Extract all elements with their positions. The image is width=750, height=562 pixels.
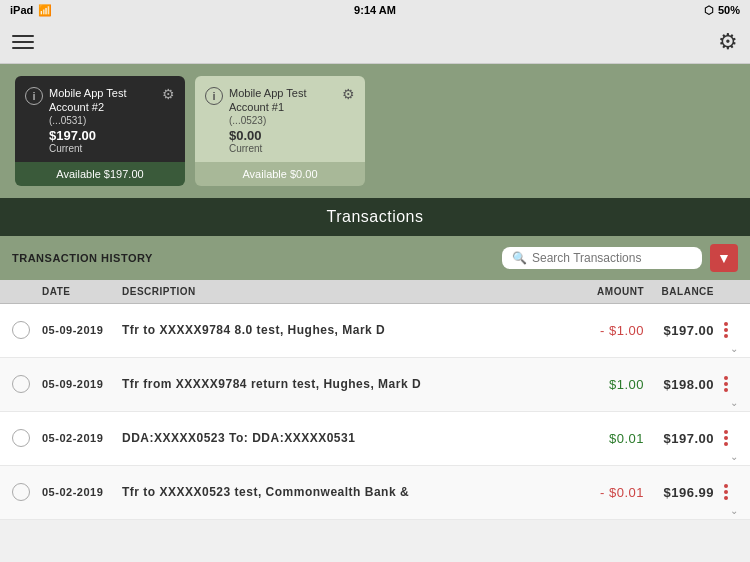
account-1-info-icon[interactable]: i xyxy=(25,87,43,105)
row-date-0: 05-09-2019 xyxy=(42,324,122,336)
battery-label: 50% xyxy=(718,4,740,16)
row-checkbox-1[interactable] xyxy=(12,375,30,393)
account-card-1: i Mobile App Test Account #2 (...0531) $… xyxy=(15,76,185,186)
row-checkbox-2[interactable] xyxy=(12,429,30,447)
table-row: 05-09-2019 Tfr to XXXXX9784 8.0 test, Hu… xyxy=(0,304,750,358)
dot-2-3 xyxy=(724,490,728,494)
dot-1-1 xyxy=(724,376,728,380)
row-description-2: DDA:XXXXX0523 To: DDA:XXXXX0531 xyxy=(122,431,564,445)
row-balance-3: $196.99 xyxy=(644,485,714,500)
row-expand-arrow-3[interactable]: ⌄ xyxy=(730,505,738,516)
settings-button[interactable]: ⚙ xyxy=(718,29,738,55)
status-left: iPad 📶 xyxy=(10,4,52,17)
header-date-col: DATE xyxy=(42,286,122,297)
row-checkbox-3[interactable] xyxy=(12,483,30,501)
status-time: 9:14 AM xyxy=(354,4,396,16)
dot-3-3 xyxy=(724,496,728,500)
table-row: 05-02-2019 DDA:XXXXX0523 To: DDA:XXXXX05… xyxy=(0,412,750,466)
hamburger-line-3 xyxy=(12,47,34,49)
row-amount-1: $1.00 xyxy=(564,377,644,392)
row-amount-2: $0.01 xyxy=(564,431,644,446)
dot-2-0 xyxy=(724,328,728,332)
account-1-info: i Mobile App Test Account #2 (...0531) $… xyxy=(25,86,162,154)
hamburger-line-1 xyxy=(12,35,34,37)
account-1-balance: $197.00 xyxy=(49,128,162,143)
account-1-status: Current xyxy=(49,143,162,154)
account-1-settings-button[interactable]: ⚙ xyxy=(162,86,175,102)
row-description-1: Tfr from XXXXX9784 return test, Hughes, … xyxy=(122,377,564,391)
row-checkbox-0[interactable] xyxy=(12,321,30,339)
row-balance-0: $197.00 xyxy=(644,323,714,338)
row-menu-button-0[interactable] xyxy=(714,322,738,338)
row-date-2: 05-02-2019 xyxy=(42,432,122,444)
dot-2-2 xyxy=(724,436,728,440)
accounts-area: i Mobile App Test Account #2 (...0531) $… xyxy=(0,64,750,198)
row-menu-button-2[interactable] xyxy=(714,430,738,446)
row-description-3: Tfr to XXXXX0523 test, Commonwealth Bank… xyxy=(122,485,564,499)
dot-1-0 xyxy=(724,322,728,326)
account-1-name: Mobile App Test Account #2 xyxy=(49,86,162,115)
row-expand-arrow-2[interactable]: ⌄ xyxy=(730,451,738,462)
history-label: TRANSACTION HISTORY xyxy=(12,252,153,264)
dot-3-2 xyxy=(724,442,728,446)
row-menu-button-1[interactable] xyxy=(714,376,738,392)
row-date-1: 05-09-2019 xyxy=(42,378,122,390)
row-balance-1: $198.00 xyxy=(644,377,714,392)
header-balance-col: BALANCE xyxy=(644,286,714,297)
account-1-text: Mobile App Test Account #2 (...0531) $19… xyxy=(49,86,162,154)
account-2-balance: $0.00 xyxy=(229,128,342,143)
account-2-info-icon[interactable]: i xyxy=(205,87,223,105)
header-desc-col: DESCRIPTION xyxy=(122,286,564,297)
account-2-status: Current xyxy=(229,143,342,154)
dot-1-2 xyxy=(724,430,728,434)
dot-3-0 xyxy=(724,334,728,338)
account-1-available: Available $197.00 xyxy=(15,162,185,186)
hamburger-menu-button[interactable] xyxy=(12,35,34,49)
account-card-1-top: i Mobile App Test Account #2 (...0531) $… xyxy=(15,76,185,162)
account-card-2-top: i Mobile App Test Account #1 (...0523) $… xyxy=(195,76,365,162)
status-bar: iPad 📶 9:14 AM ⬡ 50% xyxy=(0,0,750,20)
row-balance-2: $197.00 xyxy=(644,431,714,446)
table-header: DATE DESCRIPTION AMOUNT BALANCE xyxy=(0,280,750,304)
row-menu-button-3[interactable] xyxy=(714,484,738,500)
account-2-available: Available $0.00 xyxy=(195,162,365,186)
table-row: 05-02-2019 Tfr to XXXXX0523 test, Common… xyxy=(0,466,750,520)
header-amount-col: AMOUNT xyxy=(564,286,644,297)
dot-2-1 xyxy=(724,382,728,386)
search-filter-area: 🔍 ▼ xyxy=(502,244,738,272)
bluetooth-icon: ⬡ xyxy=(704,4,714,17)
transactions-header: Transactions xyxy=(0,198,750,236)
row-date-3: 05-02-2019 xyxy=(42,486,122,498)
search-input[interactable] xyxy=(532,251,692,265)
transactions-title: Transactions xyxy=(327,208,424,225)
status-right: ⬡ 50% xyxy=(704,4,740,17)
search-box[interactable]: 🔍 xyxy=(502,247,702,269)
row-expand-arrow-1[interactable]: ⌄ xyxy=(730,397,738,408)
account-2-text: Mobile App Test Account #1 (...0523) $0.… xyxy=(229,86,342,154)
carrier-label: iPad xyxy=(10,4,33,16)
account-card-2: i Mobile App Test Account #1 (...0523) $… xyxy=(195,76,365,186)
account-2-name: Mobile App Test Account #1 xyxy=(229,86,342,115)
account-2-settings-button[interactable]: ⚙ xyxy=(342,86,355,102)
row-check-0 xyxy=(12,321,42,339)
account-2-number: (...0523) xyxy=(229,115,342,126)
nav-bar: ⚙ xyxy=(0,20,750,64)
funnel-icon: ▼ xyxy=(717,250,731,266)
account-2-info: i Mobile App Test Account #1 (...0523) $… xyxy=(205,86,342,154)
row-amount-0: - $1.00 xyxy=(564,323,644,338)
row-expand-arrow-0[interactable]: ⌄ xyxy=(730,343,738,354)
transactions-list: 05-09-2019 Tfr to XXXXX9784 8.0 test, Hu… xyxy=(0,304,750,520)
row-description-0: Tfr to XXXXX9784 8.0 test, Hughes, Mark … xyxy=(122,323,564,337)
filter-button[interactable]: ▼ xyxy=(710,244,738,272)
dot-1-3 xyxy=(724,484,728,488)
table-row: 05-09-2019 Tfr from XXXXX9784 return tes… xyxy=(0,358,750,412)
row-check-3 xyxy=(12,483,42,501)
row-amount-3: - $0.01 xyxy=(564,485,644,500)
row-check-1 xyxy=(12,375,42,393)
dot-3-1 xyxy=(724,388,728,392)
search-icon: 🔍 xyxy=(512,251,527,265)
history-bar: TRANSACTION HISTORY 🔍 ▼ xyxy=(0,236,750,280)
account-1-number: (...0531) xyxy=(49,115,162,126)
wifi-icon: 📶 xyxy=(38,4,52,17)
hamburger-line-2 xyxy=(12,41,34,43)
